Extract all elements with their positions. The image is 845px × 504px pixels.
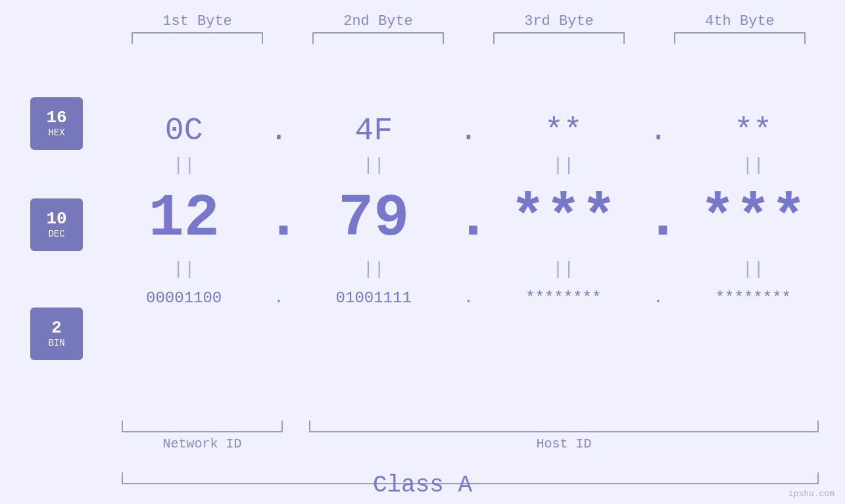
byte-header-2: 2nd Byte xyxy=(306,13,450,30)
bracket-host xyxy=(309,421,819,432)
byte-header-1: 1st Byte xyxy=(125,13,270,30)
dec-num: 10 xyxy=(46,210,66,227)
dec-txt: DEC xyxy=(48,229,64,239)
hex-txt: HEX xyxy=(48,127,64,138)
equals-row-1: || || || || xyxy=(107,155,831,175)
bracket-top-4 xyxy=(674,32,806,44)
bin-dot-2: . xyxy=(455,289,481,307)
hex-b1: 0C xyxy=(112,113,256,149)
top-brackets xyxy=(107,32,831,44)
bracket-top-2 xyxy=(312,32,444,44)
bin-b4: ******** xyxy=(681,289,825,307)
main-container: 16 HEX 10 DEC 2 BIN 1st Byte 2nd Byte 3r… xyxy=(0,0,845,504)
network-id-label: Network ID xyxy=(122,436,283,451)
byte-headers: 1st Byte 2nd Byte 3rd Byte 4th Byte xyxy=(107,13,831,30)
labels-row: Network ID Host ID xyxy=(122,436,819,451)
host-id-label: Host ID xyxy=(309,436,819,451)
watermark: ipshu.com xyxy=(788,489,834,499)
bracket-top-3 xyxy=(493,32,625,44)
dec-b3: *** xyxy=(491,185,636,252)
bin-num: 2 xyxy=(51,319,62,336)
eq2-b3: || xyxy=(491,259,636,279)
equals-row-2: || || || || xyxy=(107,259,831,279)
bracket-network xyxy=(122,421,283,432)
hex-dot-2: . xyxy=(455,113,481,149)
bin-row: 00001100 . 01001111 . ******** . *******… xyxy=(107,289,831,307)
dec-dot-1: . xyxy=(266,185,292,252)
bin-dot-1: . xyxy=(266,289,292,307)
dec-b2: 79 xyxy=(301,185,446,252)
eq1-b4: || xyxy=(681,155,825,175)
eq2-b4: || xyxy=(681,259,825,279)
base-hex-label: 16 HEX xyxy=(30,97,83,150)
base-dec-label: 10 DEC xyxy=(30,198,83,251)
byte-header-4: 4th Byte xyxy=(667,13,812,30)
hex-b4: ** xyxy=(681,113,825,149)
bottom-section: Network ID Host ID xyxy=(122,421,819,451)
bracket-top-1 xyxy=(132,32,263,44)
hex-row: 0C . 4F . ** . ** xyxy=(107,113,831,149)
bottom-bracket-row xyxy=(122,421,819,432)
bin-txt: BIN xyxy=(48,338,64,348)
dec-dot-2: . xyxy=(455,185,481,252)
bin-dot-3: . xyxy=(645,289,671,307)
base-bin-label: 2 BIN xyxy=(30,308,83,360)
eq2-b2: || xyxy=(301,259,446,279)
eq2-b1: || xyxy=(112,259,256,279)
hex-dot-3: . xyxy=(645,113,671,149)
main-grid: 0C . 4F . ** . ** || || || || 12 . 79 . … xyxy=(107,44,831,307)
hex-b2: 4F xyxy=(301,113,446,149)
eq1-b2: || xyxy=(301,155,446,175)
bin-b2: 01001111 xyxy=(301,289,446,307)
class-label: Class A xyxy=(0,472,845,499)
bin-b1: 00001100 xyxy=(112,289,256,307)
bin-b3: ******** xyxy=(491,289,636,307)
dec-row: 12 . 79 . *** . *** xyxy=(107,185,831,252)
hex-b3: ** xyxy=(491,113,636,149)
dec-b4: *** xyxy=(681,185,825,252)
eq1-b1: || xyxy=(112,155,256,175)
eq1-b3: || xyxy=(491,155,636,175)
byte-header-3: 3rd Byte xyxy=(487,13,631,30)
dec-b1: 12 xyxy=(112,185,256,252)
dec-dot-3: . xyxy=(645,185,671,252)
hex-num: 16 xyxy=(46,109,66,126)
hex-dot-1: . xyxy=(266,113,292,149)
